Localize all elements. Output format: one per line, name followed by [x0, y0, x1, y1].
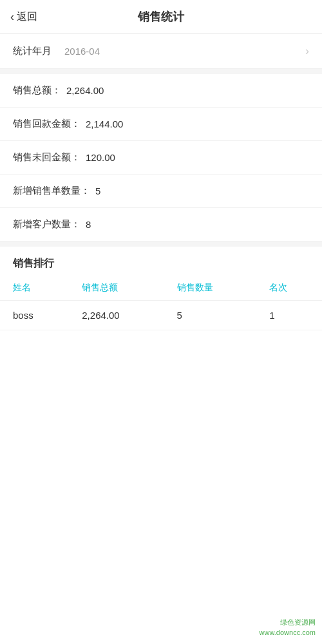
new-customers-label: 新增客户数量： — [13, 218, 80, 231]
table-row: boss 2,264.00 5 1 — [0, 301, 322, 330]
back-arrow-icon: ‹ — [10, 10, 14, 24]
ranking-section-header: 销售排行 — [0, 247, 322, 276]
cell-total: 2,264.00 — [69, 301, 164, 330]
sales-payment-value: 2,144.00 — [86, 118, 123, 129]
divider-2 — [0, 242, 322, 247]
table-header-row: 姓名 销售总额 销售数量 名次 — [0, 276, 322, 301]
sales-total-value: 2,264.00 — [66, 85, 104, 96]
new-customers-value: 8 — [86, 219, 91, 230]
new-orders-value: 5 — [95, 185, 100, 196]
ranking-table: 姓名 销售总额 销售数量 名次 boss 2,264.00 5 1 — [0, 276, 322, 330]
sales-payment-label: 销售回款金额： — [13, 118, 80, 130]
new-orders-row: 新增销售单数量： 5 — [0, 175, 322, 208]
cell-rank: 1 — [256, 301, 322, 330]
back-label: 返回 — [17, 10, 37, 24]
col-header-rank: 名次 — [256, 276, 322, 301]
chevron-right-icon: › — [305, 44, 309, 58]
sales-unpaid-row: 销售未回金额： 120.00 — [0, 141, 322, 175]
watermark-line1: 绿色资源网 — [260, 618, 316, 627]
page-title: 销售统计 — [138, 9, 184, 24]
stats-year-month-value: 2016-04 — [64, 46, 100, 57]
cell-count: 5 — [164, 301, 257, 330]
sales-total-label: 销售总额： — [13, 84, 61, 97]
back-button[interactable]: ‹ 返回 — [10, 10, 37, 24]
sales-unpaid-label: 销售未回金额： — [13, 151, 80, 164]
col-header-count: 销售数量 — [164, 276, 257, 301]
sales-total-row: 销售总额： 2,264.00 — [0, 74, 322, 108]
new-orders-label: 新增销售单数量： — [13, 185, 90, 197]
watermark: 绿色资源网 www.downcc.com — [260, 618, 316, 638]
sales-payment-row: 销售回款金额： 2,144.00 — [0, 108, 322, 141]
divider — [0, 69, 322, 74]
new-customers-row: 新增客户数量： 8 — [0, 208, 322, 242]
watermark-line2: www.downcc.com — [260, 628, 316, 638]
stats-year-month-row[interactable]: 统计年月 2016-04 › — [0, 34, 322, 69]
col-header-total: 销售总额 — [69, 276, 164, 301]
ranking-title: 销售排行 — [13, 258, 54, 269]
cell-name: boss — [0, 301, 69, 330]
stats-year-month-label: 统计年月 — [13, 45, 52, 57]
sales-unpaid-value: 120.00 — [86, 152, 115, 163]
page-header: ‹ 返回 销售统计 — [0, 0, 322, 34]
col-header-name: 姓名 — [0, 276, 69, 301]
